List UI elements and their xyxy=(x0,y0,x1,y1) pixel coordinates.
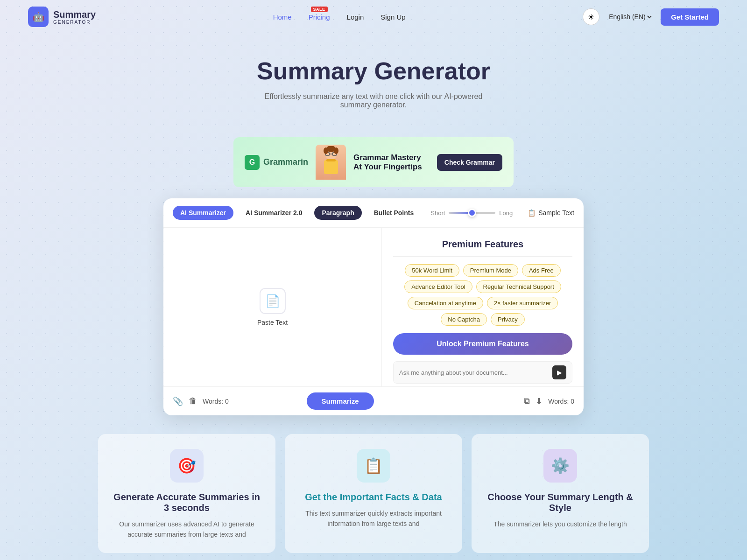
ask-input[interactable] xyxy=(399,369,549,376)
banner-person-illustration xyxy=(316,145,346,180)
hero-subtitle: Effortlessly summarize any text with one… xyxy=(257,92,490,109)
check-grammar-button[interactable]: Check Grammar xyxy=(437,154,502,171)
summarize-button[interactable]: Summarize xyxy=(307,392,374,410)
feature-faster-summarizer: 2× faster summarizer xyxy=(487,297,558,309)
copy-button[interactable]: ⧉ xyxy=(524,396,530,406)
feature-50k-word-limit: 50k Word Limit xyxy=(405,264,459,277)
nav-links: Home SALE Pricing Login Sign Up xyxy=(273,13,406,21)
tab-ai-summarizer-2[interactable]: AI Summarizer 2.0 xyxy=(238,206,310,220)
paste-text-area[interactable]: 📄 Paste Text xyxy=(257,288,288,326)
card-3-title: Choose Your Summary Length & Style xyxy=(485,492,636,513)
grammarin-brand-name: Grammarin xyxy=(263,157,308,167)
text-input-area[interactable]: 📄 Paste Text xyxy=(163,228,382,386)
svg-rect-7 xyxy=(324,160,338,174)
tab-ai-summarizer[interactable]: AI Summarizer xyxy=(173,206,233,220)
nav-login[interactable]: Login xyxy=(347,13,364,21)
card-1-title: Generate Accurate Summaries in 3 seconds xyxy=(111,492,262,513)
tab-bullet-points[interactable]: Bullet Points xyxy=(366,206,422,220)
download-button[interactable]: ⬇ xyxy=(536,396,543,406)
card-3-icon: ⚙️ xyxy=(543,449,577,483)
feature-technical-support: Regular Technical Support xyxy=(476,280,561,293)
bottom-card-1: 🎯 Generate Accurate Summaries in 3 secon… xyxy=(98,434,275,553)
bottom-card-3: ⚙️ Choose Your Summary Length & Style Th… xyxy=(472,434,649,553)
unlock-premium-button[interactable]: Unlock Premium Features xyxy=(393,333,572,355)
features-grid: 50k Word Limit Premium Mode Ads Free Adv… xyxy=(393,264,572,326)
feature-cancelation: Cancelation at anytime xyxy=(408,297,483,309)
logo-area: 🤖 Summary GENERATOR xyxy=(28,7,96,27)
banner-tagline: Grammar Mastery At Your Fingertips xyxy=(353,153,430,172)
hero-title: Summary Generator xyxy=(9,57,738,85)
grammarin-logo-icon: G xyxy=(245,155,260,170)
length-slider[interactable] xyxy=(449,212,495,214)
logo-generator-label: GENERATOR xyxy=(53,20,96,25)
nav-signup[interactable]: Sign Up xyxy=(381,13,405,21)
card-1-desc: Our summarizer uses advanced AI to gener… xyxy=(111,519,262,540)
nav-pricing[interactable]: SALE Pricing xyxy=(309,13,330,21)
theme-toggle-button[interactable]: ☀ xyxy=(583,8,599,25)
premium-title: Premium Features xyxy=(393,239,572,250)
card-2-title: Get the Important Facts & Data xyxy=(298,492,449,503)
card-1-icon: 🎯 xyxy=(170,449,204,483)
attach-file-button[interactable]: 📎 xyxy=(173,396,183,406)
logo-text: Summary GENERATOR xyxy=(53,9,96,25)
words-count-left: Words: 0 xyxy=(203,398,229,405)
paste-icon: 📄 xyxy=(260,288,286,314)
sample-text-button[interactable]: 📋 Sample Text xyxy=(528,209,574,217)
tool-body: 📄 Paste Text Premium Features 50k Word L… xyxy=(163,228,584,386)
card-3-desc: The summarizer lets you customize the le… xyxy=(485,519,636,529)
feature-ads-free: Ads Free xyxy=(522,264,561,277)
card-2-icon: 📋 xyxy=(357,449,390,483)
sale-badge: SALE xyxy=(311,7,328,12)
grammarin-banner: G Grammarin Grammar Mastery At Your Fing… xyxy=(233,137,514,187)
feature-advance-editor: Advance Editor Tool xyxy=(404,280,472,293)
card-2-desc: This text summarizer quickly extracts im… xyxy=(298,508,449,529)
clipboard-icon: 📋 xyxy=(528,209,536,217)
bottom-section: 🎯 Generate Accurate Summaries in 3 secon… xyxy=(0,434,747,560)
bottom-card-2: 📋 Get the Important Facts & Data This te… xyxy=(285,434,462,553)
footer-right: ⧉ ⬇ Words: 0 xyxy=(524,396,574,406)
logo-summary-label: Summary xyxy=(53,9,96,20)
length-slider-area: Short Long xyxy=(430,210,513,217)
svg-rect-8 xyxy=(326,159,336,161)
tool-tabs: AI Summarizer AI Summarizer 2.0 Paragrap… xyxy=(163,198,584,228)
navbar: 🤖 Summary GENERATOR Home SALE Pricing Lo… xyxy=(0,0,747,34)
tab-paragraph[interactable]: Paragraph xyxy=(314,206,361,220)
tool-container: AI Summarizer AI Summarizer 2.0 Paragrap… xyxy=(163,198,584,415)
svg-point-6 xyxy=(334,147,338,154)
ask-input-area: ▶ xyxy=(393,361,572,384)
tool-footer: 📎 🗑 Words: 0 Summarize ⧉ ⬇ Words: 0 xyxy=(163,386,584,415)
logo-robot-icon: 🤖 xyxy=(28,7,49,27)
premium-divider xyxy=(393,256,572,257)
language-select[interactable]: English (EN) xyxy=(607,13,653,21)
nav-right: ☀ English (EN) Get Started xyxy=(583,8,719,26)
banner-logo: G Grammarin xyxy=(245,155,308,170)
feature-premium-mode: Premium Mode xyxy=(463,264,518,277)
delete-text-button[interactable]: 🗑 xyxy=(189,396,197,406)
long-label: Long xyxy=(499,210,513,217)
nav-home[interactable]: Home xyxy=(273,13,292,21)
get-started-button[interactable]: Get Started xyxy=(661,8,719,26)
ask-send-button[interactable]: ▶ xyxy=(552,365,566,379)
feature-privacy: Privacy xyxy=(491,313,525,326)
feature-no-captcha: No Captcha xyxy=(441,313,487,326)
words-count-right: Words: 0 xyxy=(548,398,574,405)
hero-section: Summary Generator Effortlessly summarize… xyxy=(0,34,747,137)
short-label: Short xyxy=(430,210,445,217)
paste-text-label: Paste Text xyxy=(257,319,288,326)
premium-panel: Premium Features 50k Word Limit Premium … xyxy=(382,228,584,386)
